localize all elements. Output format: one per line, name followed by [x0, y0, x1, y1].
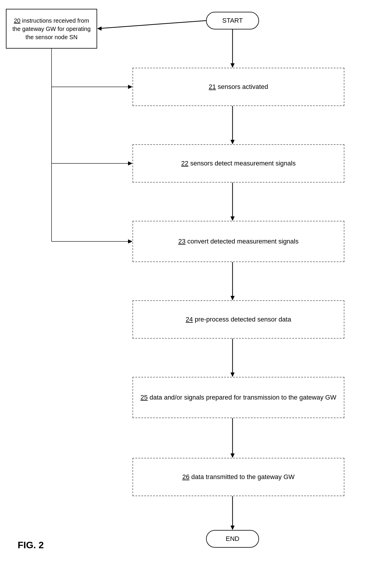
svg-marker-7	[230, 296, 235, 300]
svg-marker-13	[230, 526, 235, 530]
box-25-number: 25	[140, 394, 147, 401]
svg-marker-22	[128, 239, 132, 244]
box-24-content: 24 pre-process detected sensor data	[186, 315, 291, 324]
start-oval: START	[206, 12, 259, 29]
svg-marker-3	[230, 140, 235, 144]
svg-marker-15	[97, 26, 102, 31]
box-26-number: 26	[182, 473, 189, 481]
box-21: 21 sensors activated	[132, 68, 344, 106]
svg-marker-1	[230, 63, 235, 68]
svg-marker-11	[230, 453, 235, 458]
box-22: 22 sensors detect measurement signals	[132, 144, 344, 183]
end-label: END	[226, 535, 239, 543]
box-22-desc: sensors detect measurement signals	[190, 160, 296, 167]
svg-marker-5	[230, 216, 235, 221]
end-oval: END	[206, 530, 259, 548]
box-24-number: 24	[186, 316, 193, 323]
box-20: 20 instructions received from the gatewa…	[6, 9, 97, 49]
box-23-number: 23	[178, 238, 185, 245]
svg-marker-18	[128, 85, 132, 89]
box-22-number: 22	[181, 160, 188, 167]
diagram: START 20 instructions received from the …	[0, 0, 365, 559]
svg-marker-20	[128, 161, 132, 165]
box-20-text: 20 instructions received from the gatewa…	[9, 16, 94, 41]
box-23-content: 23 convert detected measurement signals	[178, 237, 298, 246]
box-23: 23 convert detected measurement signals	[132, 221, 344, 262]
figure-label: FIG. 2	[18, 540, 44, 551]
box-22-content: 22 sensors detect measurement signals	[181, 159, 296, 168]
box-24: 24 pre-process detected sensor data	[132, 300, 344, 339]
box-25-desc: data and/or signals prepared for transmi…	[150, 394, 336, 401]
box-21-desc: sensors activated	[218, 83, 268, 90]
start-label: START	[222, 17, 243, 24]
box-24-desc: pre-process detected sensor data	[195, 316, 291, 323]
box-21-number: 21	[209, 83, 216, 90]
box-20-desc: instructions received from the gateway G…	[12, 17, 91, 40]
box-26-desc: data transmitted to the gateway GW	[191, 473, 295, 481]
svg-marker-9	[230, 372, 235, 377]
box-26-content: 26 data transmitted to the gateway GW	[182, 473, 295, 482]
svg-line-14	[98, 21, 206, 29]
box-25: 25 data and/or signals prepared for tran…	[132, 377, 344, 418]
box-25-content: 25 data and/or signals prepared for tran…	[140, 393, 336, 402]
box-23-desc: convert detected measurement signals	[187, 238, 298, 245]
box-26: 26 data transmitted to the gateway GW	[132, 458, 344, 496]
box-20-number: 20	[14, 17, 20, 24]
box-21-content: 21 sensors activated	[209, 82, 268, 92]
